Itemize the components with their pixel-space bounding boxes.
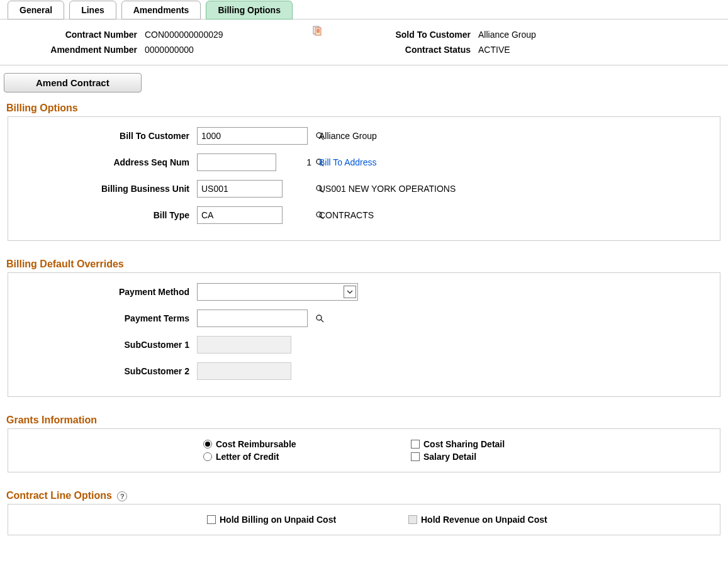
payment-method-label: Payment Method — [14, 287, 197, 297]
bill-to-customer-label: Bill To Customer — [14, 131, 197, 141]
document-icon[interactable] — [312, 26, 322, 36]
svg-point-13 — [316, 315, 322, 320]
chevron-down-icon — [344, 286, 356, 298]
bill-type-desc: CONTRACTS — [319, 210, 374, 220]
sold-to-customer-value: Alliance Group — [478, 30, 536, 40]
bill-type-field[interactable] — [197, 206, 283, 224]
hold-billing-checkbox[interactable] — [207, 515, 216, 524]
tab-billing-options[interactable]: Billing Options — [206, 1, 293, 20]
contract-status-value: ACTIVE — [478, 45, 510, 55]
bill-type-label: Bill Type — [14, 210, 197, 220]
bill-to-customer-input[interactable] — [198, 128, 315, 144]
bill-to-address-link[interactable]: Bill To Address — [319, 157, 377, 167]
address-seq-label: Address Seq Num — [14, 157, 197, 167]
contract-line-section: Hold Billing on Unpaid Cost Hold Revenue… — [8, 504, 720, 535]
subcustomer2-label: SubCustomer 2 — [14, 366, 197, 376]
hold-revenue-checkbox — [408, 515, 417, 524]
svg-line-14 — [321, 320, 323, 322]
address-seq-field[interactable] — [197, 153, 276, 171]
cost-sharing-checkbox[interactable] — [411, 440, 420, 449]
payment-terms-label: Payment Terms — [14, 313, 197, 323]
salary-detail-checkbox[interactable] — [411, 452, 420, 461]
bill-type-input[interactable] — [198, 207, 315, 223]
billing-bu-input[interactable] — [198, 181, 315, 197]
subcustomer2-input — [197, 362, 291, 380]
contract-number-value: CON000000000029 — [145, 30, 223, 40]
search-icon[interactable] — [315, 314, 324, 323]
amendment-number-value: 0000000000 — [145, 45, 194, 55]
amend-contract-button[interactable]: Amend Contract — [4, 73, 142, 92]
cost-reimbursable-radio[interactable] — [203, 440, 212, 449]
cost-reimbursable-label: Cost Reimbursable — [216, 439, 296, 449]
billing-bu-label: Billing Business Unit — [14, 184, 197, 194]
hold-billing-label: Hold Billing on Unpaid Cost — [220, 515, 336, 525]
subcustomer1-label: SubCustomer 1 — [14, 340, 197, 350]
billing-defaults-title: Billing Default Overrides — [0, 256, 728, 272]
svg-rect-1 — [315, 28, 321, 35]
help-icon[interactable]: ? — [117, 491, 127, 501]
payment-method-select[interactable] — [197, 283, 358, 301]
letter-of-credit-label: Letter of Credit — [216, 452, 279, 462]
grants-title: Grants Information — [0, 412, 728, 428]
amendment-number-label: Amendment Number — [13, 45, 145, 55]
header-info: Contract Number CON000000000029 Sold To … — [0, 20, 728, 65]
subcustomer1-input — [197, 336, 291, 354]
tab-lines[interactable]: Lines — [69, 1, 116, 20]
sold-to-customer-label: Sold To Customer — [315, 30, 478, 40]
tab-general[interactable]: General — [8, 1, 64, 20]
bill-to-customer-desc: Alliance Group — [319, 131, 377, 141]
billing-bu-field[interactable] — [197, 180, 283, 198]
salary-detail-label: Salary Detail — [423, 452, 476, 462]
tab-bar: General Lines Amendments Billing Options — [0, 0, 728, 20]
payment-terms-field[interactable] — [197, 310, 308, 327]
grants-section: Cost Reimbursable Cost Sharing Detail Le… — [8, 428, 720, 472]
billing-bu-desc: US001 NEW YORK OPERATIONS — [319, 184, 456, 194]
tab-amendments[interactable]: Amendments — [121, 1, 201, 20]
billing-defaults-section: Payment Method Payment Terms SubCustomer… — [8, 272, 720, 397]
letter-of-credit-radio[interactable] — [203, 452, 212, 461]
contract-line-title: Contract Line Options ? — [0, 488, 728, 504]
bill-to-customer-field[interactable] — [197, 127, 308, 145]
hold-revenue-label: Hold Revenue on Unpaid Cost — [421, 515, 547, 525]
address-seq-input[interactable] — [198, 154, 315, 170]
contract-status-label: Contract Status — [315, 45, 478, 55]
cost-sharing-label: Cost Sharing Detail — [423, 439, 505, 449]
billing-options-title: Billing Options — [0, 100, 728, 116]
contract-number-label: Contract Number — [13, 30, 145, 40]
billing-options-section: Bill To Customer Alliance Group Address … — [8, 116, 720, 241]
payment-terms-input[interactable] — [198, 310, 315, 326]
